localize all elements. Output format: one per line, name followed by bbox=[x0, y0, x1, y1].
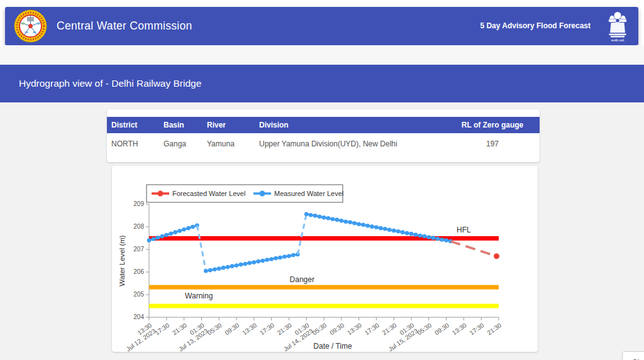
measured-point[interactable] bbox=[191, 225, 195, 229]
measured-point[interactable] bbox=[340, 219, 344, 223]
app-title: Central Water Commission bbox=[57, 7, 192, 45]
x-axis-title: Date / Time bbox=[313, 342, 352, 351]
main-content: District Basin River Division RL of Zero… bbox=[0, 102, 644, 360]
series-measured[interactable] bbox=[147, 212, 453, 273]
measured-point[interactable] bbox=[343, 219, 348, 224]
measured-point[interactable] bbox=[156, 236, 160, 240]
chart-legend: Forecasted Water LevelMeasured Water Lev… bbox=[147, 185, 343, 202]
legend-measured-label[interactable]: Measured Water Level bbox=[274, 190, 343, 197]
forecast-point[interactable] bbox=[494, 253, 499, 259]
measured-point[interactable] bbox=[278, 256, 282, 260]
measured-point[interactable] bbox=[226, 265, 230, 270]
forecast-line bbox=[451, 241, 497, 256]
x-tick-label: 09:30 bbox=[328, 322, 345, 337]
threshold-warning: Warning bbox=[149, 292, 499, 308]
measured-point[interactable] bbox=[177, 229, 182, 233]
measured-point[interactable] bbox=[370, 224, 374, 229]
threshold-danger: Danger bbox=[149, 275, 499, 290]
measured-point[interactable] bbox=[322, 215, 326, 220]
y-tick-label: 208 bbox=[133, 223, 144, 230]
measured-point[interactable] bbox=[213, 267, 217, 271]
measured-point[interactable] bbox=[282, 254, 287, 259]
measured-point[interactable] bbox=[396, 229, 401, 234]
measured-point[interactable] bbox=[427, 235, 431, 239]
measured-point[interactable] bbox=[165, 233, 169, 237]
measured-point[interactable] bbox=[383, 227, 387, 231]
measured-point[interactable] bbox=[269, 257, 274, 261]
measured-point[interactable] bbox=[418, 234, 423, 238]
measured-point[interactable] bbox=[173, 230, 177, 234]
legend-forecast-label[interactable]: Forecasted Water Level bbox=[172, 190, 245, 197]
x-tick-label: 17:30 bbox=[153, 322, 170, 337]
x-tick-label: 21:30 bbox=[276, 322, 293, 337]
measured-point[interactable] bbox=[392, 229, 396, 233]
measured-point[interactable] bbox=[235, 263, 239, 268]
measured-point[interactable] bbox=[365, 224, 370, 228]
measured-point[interactable] bbox=[287, 254, 291, 258]
measured-point[interactable] bbox=[152, 237, 156, 241]
col-rl-zero-gauge: RL of Zero gauge bbox=[443, 117, 540, 133]
close-button[interactable]: Close bbox=[622, 351, 644, 360]
svg-text:सत्यमेव जयते: सत्यमेव जयते bbox=[611, 38, 625, 42]
measured-point[interactable] bbox=[239, 263, 243, 267]
col-basin: Basin bbox=[159, 117, 203, 133]
measured-gap-connector bbox=[297, 214, 306, 254]
measured-point[interactable] bbox=[435, 237, 440, 241]
measured-point[interactable] bbox=[379, 226, 383, 231]
measured-point[interactable] bbox=[387, 227, 392, 232]
measured-point[interactable] bbox=[348, 221, 352, 225]
y-tick-label: 206 bbox=[133, 268, 144, 275]
measured-point[interactable] bbox=[265, 258, 269, 262]
measured-point[interactable] bbox=[208, 268, 213, 273]
measured-point[interactable] bbox=[274, 256, 278, 261]
measured-point[interactable] bbox=[248, 261, 252, 265]
measured-point[interactable] bbox=[217, 266, 221, 271]
measured-point[interactable] bbox=[182, 227, 186, 232]
page: Central Water Commission 5 Day Advisory … bbox=[0, 0, 644, 360]
measured-point[interactable] bbox=[318, 215, 322, 219]
measured-point[interactable] bbox=[409, 232, 414, 236]
measured-point[interactable] bbox=[243, 262, 248, 266]
station-table-row: NORTH Ganga Yamuna Upper Yamuna Division… bbox=[107, 133, 540, 153]
x-tick-label: 09:30 bbox=[223, 322, 240, 337]
hydrograph-header: Hydrograph view of - Delhi Railway Bridg… bbox=[0, 65, 644, 102]
measured-point[interactable] bbox=[186, 226, 191, 231]
hydrograph-card: 20420520620720820913:30Jul 12, 202317:30… bbox=[112, 166, 538, 352]
measured-point[interactable] bbox=[357, 222, 361, 226]
threshold-label: Warning bbox=[185, 292, 213, 300]
measured-point[interactable] bbox=[361, 222, 365, 227]
measured-point[interactable] bbox=[256, 259, 260, 264]
measured-point[interactable] bbox=[423, 234, 427, 239]
measured-point[interactable] bbox=[260, 259, 265, 263]
x-tick-label: 13:30Jul 12, 2023 bbox=[121, 322, 157, 352]
y-tick-label: 204 bbox=[133, 314, 144, 320]
hydrograph-chart[interactable]: 20420520620720820913:30Jul 12, 202317:30… bbox=[112, 166, 538, 352]
measured-point[interactable] bbox=[147, 238, 152, 243]
measured-point[interactable] bbox=[374, 225, 379, 229]
x-tick-label: 13:30 bbox=[346, 322, 363, 337]
measured-point[interactable] bbox=[352, 221, 357, 226]
measured-point[interactable] bbox=[335, 218, 340, 222]
measured-point[interactable] bbox=[169, 232, 173, 236]
measured-point[interactable] bbox=[405, 231, 409, 236]
measured-point[interactable] bbox=[440, 237, 444, 242]
measured-point[interactable] bbox=[326, 216, 331, 221]
measured-point[interactable] bbox=[204, 269, 208, 273]
measured-point[interactable] bbox=[160, 234, 165, 239]
measured-point[interactable] bbox=[331, 217, 335, 221]
measured-point[interactable] bbox=[291, 253, 296, 258]
measured-point[interactable] bbox=[401, 230, 405, 234]
x-tick-label: 05:30 bbox=[416, 322, 433, 337]
measured-point[interactable] bbox=[431, 236, 435, 240]
measured-point[interactable] bbox=[252, 260, 257, 265]
measured-point[interactable] bbox=[221, 266, 226, 270]
measured-point[interactable] bbox=[444, 238, 448, 243]
x-tick-label: 17:30 bbox=[258, 322, 275, 337]
measured-point[interactable] bbox=[414, 232, 418, 237]
measured-point[interactable] bbox=[304, 212, 309, 217]
series-forecast[interactable] bbox=[451, 241, 499, 259]
measured-point[interactable] bbox=[230, 264, 235, 268]
measured-point[interactable] bbox=[313, 214, 318, 218]
cell-rl-zero-gauge: 197 bbox=[443, 133, 540, 153]
measured-point[interactable] bbox=[309, 213, 313, 217]
